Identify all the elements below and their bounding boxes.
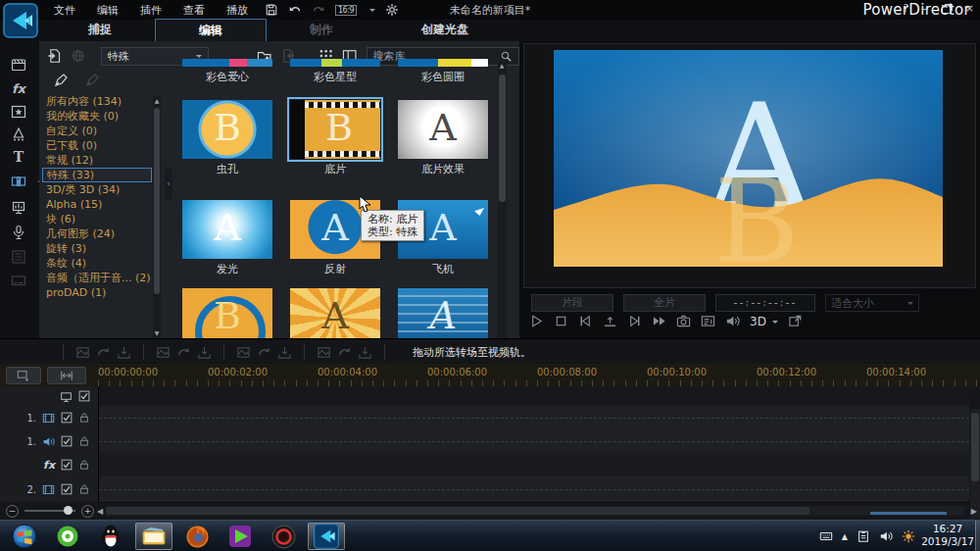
stop-icon[interactable] bbox=[554, 314, 568, 328]
file-explorer[interactable] bbox=[135, 523, 172, 550]
aspect-ratio-dropdown[interactable]: 16:9 bbox=[335, 5, 357, 16]
notify-icon[interactable] bbox=[902, 529, 915, 543]
transition-item-partial[interactable]: B bbox=[182, 288, 272, 338]
menu-插件[interactable]: 插件 bbox=[129, 1, 172, 20]
transition-item-底片效果[interactable]: A底片效果 bbox=[398, 100, 488, 176]
fast-forward-icon[interactable] bbox=[652, 314, 666, 328]
category-已下载[interactable]: 已下载 (0) bbox=[42, 138, 152, 153]
track-enable-checkbox[interactable] bbox=[61, 412, 73, 424]
previous-frame-icon[interactable] bbox=[578, 314, 593, 328]
category-自定义[interactable]: 自定义 (0) bbox=[42, 124, 152, 138]
track-enable-checkbox[interactable] bbox=[78, 390, 90, 402]
track-lane-1[interactable] bbox=[99, 386, 969, 407]
track-lock-icon[interactable] bbox=[78, 459, 90, 471]
transition-item-发光[interactable]: A发光 bbox=[182, 200, 272, 276]
menu-文件[interactable]: 文件 bbox=[43, 1, 86, 20]
track-lane-2[interactable] bbox=[99, 406, 969, 430]
media-player[interactable] bbox=[221, 523, 259, 550]
library-scrollbar[interactable]: ▲ bbox=[498, 61, 507, 338]
transition-item-彩色圆圈[interactable]: 彩色圆圈 bbox=[398, 59, 488, 84]
transition-item-彩色爱心[interactable]: 彩色爱心 bbox=[182, 59, 272, 84]
keyboard-icon[interactable] bbox=[819, 529, 833, 543]
undo-icon[interactable] bbox=[288, 3, 302, 17]
track-lane-5[interactable] bbox=[99, 476, 969, 503]
effect-room[interactable]: fx bbox=[0, 78, 37, 98]
menu-播放[interactable]: 播放 bbox=[216, 1, 259, 20]
quality-view-icon[interactable] bbox=[701, 314, 715, 328]
category-Alpha[interactable]: Alpha (15) bbox=[42, 197, 152, 212]
category-几何图形[interactable]: 几何图形 (24) bbox=[42, 226, 152, 241]
tab-创建光盘[interactable]: 创建光盘 bbox=[376, 19, 514, 43]
browser-360[interactable] bbox=[49, 523, 86, 550]
voiceover-room[interactable] bbox=[0, 223, 37, 242]
screen-recorder[interactable] bbox=[265, 523, 302, 550]
category-常规[interactable]: 常规 (12) bbox=[42, 153, 152, 168]
timeline-ruler[interactable]: 00:00:00:0000:00:02:0000:00:04:0000:00:0… bbox=[0, 364, 980, 386]
scrollbar-thumb[interactable] bbox=[499, 75, 506, 202]
tab-捕捉[interactable]: 捕捉 bbox=[45, 19, 155, 43]
transition-room[interactable] bbox=[0, 172, 37, 191]
3d-mode-button[interactable]: 3D bbox=[750, 315, 778, 328]
firefox[interactable] bbox=[178, 523, 216, 550]
scroll-up-icon[interactable]: ▲ bbox=[153, 97, 161, 104]
seek-start-icon[interactable] bbox=[603, 314, 617, 328]
transition-item-虫孔[interactable]: B虫孔 bbox=[182, 100, 272, 176]
play-icon[interactable] bbox=[529, 314, 544, 328]
menu-查看[interactable]: 查看 bbox=[172, 1, 216, 20]
timeline-hscrollbar[interactable] bbox=[106, 506, 964, 516]
category-scrollbar[interactable]: ▲ ▼ bbox=[153, 96, 161, 337]
modify-pen-icon[interactable] bbox=[53, 73, 69, 88]
title-room[interactable]: T bbox=[0, 147, 37, 167]
track-lane-3[interactable] bbox=[99, 429, 969, 454]
start-button[interactable] bbox=[6, 523, 43, 550]
category-块[interactable]: 块 (6) bbox=[42, 212, 152, 226]
taskbar-clock[interactable]: 16:27 2019/3/17 bbox=[921, 523, 974, 548]
zoom-slider-thumb[interactable] bbox=[64, 506, 73, 515]
panel-collapse-handle[interactable]: ‹ bbox=[165, 167, 172, 200]
show-hidden-icon[interactable]: ▲ bbox=[842, 532, 848, 541]
volume-icon[interactable] bbox=[725, 314, 740, 328]
transition-item-partial[interactable]: A bbox=[398, 288, 488, 338]
scroll-up-icon[interactable]: ▲ bbox=[498, 62, 506, 69]
transition-item-彩色星型[interactable]: 彩色星型 bbox=[290, 59, 380, 84]
transition-item-底片[interactable]: B底片 bbox=[290, 100, 380, 176]
import-media-icon[interactable] bbox=[47, 48, 62, 64]
track-lock-icon[interactable] bbox=[78, 483, 90, 495]
menu-编辑[interactable]: 编辑 bbox=[86, 1, 129, 20]
track-enable-checkbox[interactable] bbox=[61, 459, 73, 471]
particle-room[interactable] bbox=[0, 125, 37, 144]
zoom-out-button[interactable]: − bbox=[6, 505, 19, 518]
tab-编辑[interactable]: 编辑 bbox=[155, 19, 267, 43]
snapshot-icon[interactable] bbox=[676, 314, 691, 328]
media-room[interactable] bbox=[0, 55, 37, 75]
category-我的收藏夹[interactable]: 我的收藏夹 (0) bbox=[42, 109, 152, 124]
scroll-left-icon[interactable]: ◀ bbox=[97, 507, 103, 516]
track-lane-4[interactable] bbox=[99, 453, 969, 477]
save-icon[interactable] bbox=[265, 3, 278, 17]
zoom-in-button[interactable]: + bbox=[81, 505, 94, 518]
undock-preview-icon[interactable] bbox=[788, 314, 803, 328]
scrollbar-thumb[interactable] bbox=[154, 108, 160, 294]
category-所有内容[interactable]: 所有内容 (134) bbox=[42, 94, 152, 109]
powerdirector[interactable] bbox=[308, 523, 345, 550]
category-proDAD[interactable]: proDAD (1) bbox=[42, 285, 152, 300]
show-desktop-button[interactable] bbox=[975, 521, 980, 551]
category-条纹[interactable]: 条纹 (4) bbox=[42, 256, 152, 271]
scrollbar-thumb[interactable] bbox=[971, 413, 979, 481]
track-manager-button[interactable] bbox=[6, 367, 41, 384]
category-3D/类 3D[interactable]: 3D/类 3D (34) bbox=[42, 182, 152, 197]
transition-item-partial[interactable]: A bbox=[290, 288, 380, 338]
scroll-down-icon[interactable]: ▼ bbox=[153, 329, 161, 336]
category-音频（适用于音...[interactable]: 音频（适用于音... (2) bbox=[42, 271, 152, 285]
next-frame-icon[interactable] bbox=[627, 314, 642, 328]
audio-mixing-room[interactable] bbox=[0, 198, 37, 218]
pip-objects-room[interactable] bbox=[0, 102, 37, 122]
range-select-button[interactable] bbox=[47, 367, 86, 384]
category-特殊[interactable]: 特殊 (33) bbox=[42, 168, 152, 182]
qq[interactable] bbox=[92, 523, 129, 550]
track-enable-checkbox[interactable] bbox=[61, 435, 73, 447]
volume-icon[interactable] bbox=[879, 529, 893, 543]
track-lanes[interactable] bbox=[99, 386, 969, 502]
ime-icon[interactable] bbox=[857, 529, 870, 543]
scroll-right-icon[interactable]: ▶ bbox=[971, 507, 977, 516]
